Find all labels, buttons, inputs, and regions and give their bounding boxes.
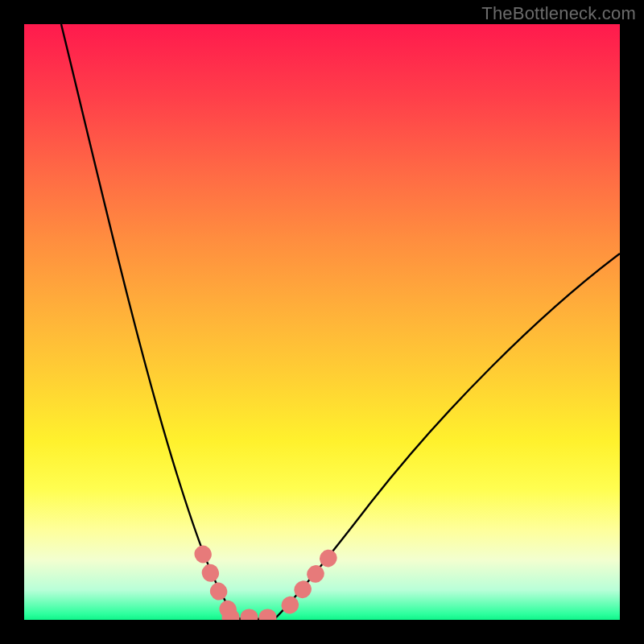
watermark-text: TheBottleneck.com xyxy=(481,3,636,24)
highlight-right xyxy=(290,552,333,605)
chart-frame: TheBottleneck.com xyxy=(0,0,644,644)
curve-svg xyxy=(24,24,620,620)
plot-area xyxy=(24,24,620,620)
curve-left-descent xyxy=(61,24,232,618)
